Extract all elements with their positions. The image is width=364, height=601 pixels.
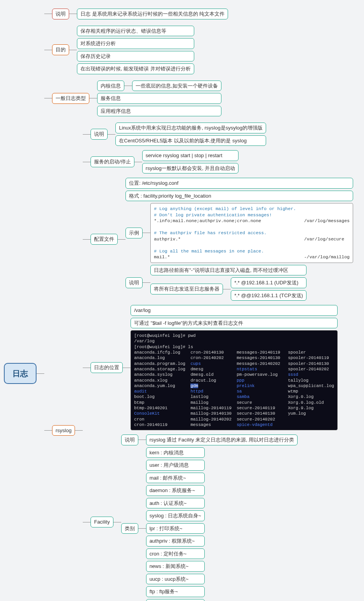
rs-conf-note-1: 日志路径前面有"-"说明该日志直接写入磁盘, 而不经过缓冲区: [150, 265, 307, 276]
facility-item: authpriv : 权限系统~: [146, 536, 205, 547]
rs-desc-2: 在CentOS5/RHEL5版本 以及以前的版本,使用的是 syslog: [115, 135, 266, 146]
facility-item: kern : 内核消息: [146, 447, 205, 458]
facility-item: mail : 邮件系统~: [146, 473, 205, 484]
facility-list: kern : 内核消息user : 用户级消息mail : 邮件系统~daemo…: [146, 447, 205, 601]
rs-fac[interactable]: Facility: [91, 517, 113, 527]
rs-fac-desc-c: rsyslog 通过 Facility 来定义日志消息的来源, 用以对日志进行分…: [146, 435, 298, 445]
rs-conf-fmt: 格式 : facility.priority log_file_location: [125, 191, 353, 202]
root-node[interactable]: 日志: [4, 363, 37, 384]
goal-children: 保存相关程序的运行状态、错误信息等 对系统进行分析 保存历史记录 在出现错误的时…: [77, 25, 194, 75]
types-kern[interactable]: 内核信息: [97, 81, 124, 91]
rs-fac-cat[interactable]: 类别: [121, 523, 138, 534]
facility-item: lpr : 打印系统~: [146, 523, 205, 534]
facility-item: news : 新闻系统~: [146, 561, 205, 572]
connector: [37, 373, 44, 374]
facility-item: auth : 认证系统~: [146, 498, 205, 509]
facility-item: ftp : ftp服务~: [146, 586, 205, 597]
rs-conf-note[interactable]: 说明: [125, 277, 143, 288]
rs-conf-note-2[interactable]: 将所有日志发送至日志服务器: [150, 284, 223, 294]
facility-item: syslog : 日志系统自身~: [146, 510, 205, 521]
rs-conf-note-2b: *.* @@192.168.1.1 (TCP发送): [231, 290, 307, 301]
node-desc-content: 日志 是系统用来记录系统运行时候的一些相关信息的 纯文本文件: [77, 9, 228, 19]
node-rsyslog[interactable]: rsyslog: [52, 425, 75, 436]
config-example-code: # Log anything (except mail) of level in…: [150, 203, 353, 263]
rs-loc[interactable]: 日志的位置: [91, 362, 123, 373]
facility-item: cron : 定时任务~: [146, 548, 205, 559]
goal-item: 保存历史记录: [77, 51, 194, 62]
rs-fac-desc[interactable]: 说明: [121, 435, 138, 445]
types-app: 应用程序信息: [97, 106, 221, 117]
rs-conf-loc: 位置: /etc/rsyslog.conf: [125, 178, 353, 189]
facility-item: user : 用户级消息: [146, 460, 205, 471]
rs-conf-ex[interactable]: 示例: [125, 228, 143, 238]
node-desc[interactable]: 说明: [52, 9, 69, 19]
goal-item: 对系统进行分析: [77, 38, 194, 49]
types-kern-c: 一些底层的信息,如安装一个硬件设备: [132, 81, 221, 91]
types-svc: 服务信息: [97, 93, 221, 104]
goal-item: 在出现错误的时候, 能发现错误 并对错误进行分析: [77, 63, 194, 74]
facility-item: uucp : uucp系统~: [146, 574, 205, 585]
rs-loc-2: 可通过 "$tail -f logfile"的方式来实时查看日志文件: [131, 318, 338, 329]
rs-start[interactable]: 服务的启动/停止: [91, 156, 134, 167]
terminal-screenshot: [root@wuqinfei log]# pwd /var/log [root@…: [131, 330, 338, 430]
node-goal[interactable]: 目的: [52, 44, 69, 55]
facility-item: local0 - local7: [146, 599, 205, 601]
rs-start-1: service rsyslog start | stop | restart: [142, 150, 239, 161]
node-types[interactable]: 一般日志类型: [52, 93, 89, 104]
rs-start-2: rsyslog一般默认都会安装, 并且自动启动: [142, 163, 239, 174]
rs-conf-note-2a: *.* @192.168.1.1 (UDP发送): [231, 277, 307, 288]
rs-loc-1: /var/log: [131, 305, 338, 316]
rs-conf[interactable]: 配置文件: [91, 234, 118, 245]
rs-desc[interactable]: 说明: [91, 129, 108, 140]
facility-item: daemon : 系统服务~: [146, 485, 205, 496]
rs-desc-1: Linux系统中用来实现日志功能的服务, rsyslog是sysylog的增强版: [115, 123, 266, 133]
goal-item: 保存相关程序的运行状态、错误信息等: [77, 26, 194, 37]
